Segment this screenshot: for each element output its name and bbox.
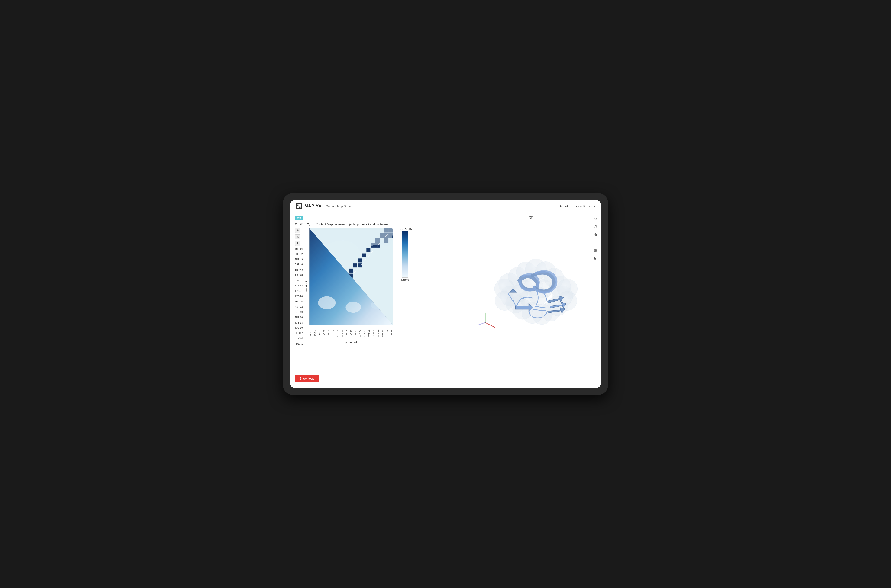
svg-line-103 [478, 322, 485, 325]
settings-icon[interactable]: ⚙ [294, 222, 298, 226]
svg-rect-3 [299, 207, 301, 208]
colorbar: CONTACTS cutoff=8 [397, 228, 412, 281]
brand: MAPIYA Contact Map Server [296, 203, 353, 210]
brand-name: MAPIYA [304, 204, 322, 208]
svg-rect-31 [362, 254, 366, 258]
heatmap-svg[interactable] [309, 228, 393, 325]
zoom-btn[interactable] [593, 232, 599, 238]
plot-toolbar: ❄ ✎ ⬇ [294, 228, 300, 246]
svg-rect-42 [349, 268, 353, 273]
y-axis-labels: THR:55 PHE:52 THR:49 ASP:46 TRP:43 ASP:4… [294, 248, 304, 345]
svg-point-115 [596, 250, 597, 251]
svg-rect-2 [297, 207, 299, 208]
snowflake-icon[interactable]: ❄ [295, 228, 300, 233]
navbar: MAPIYA Contact Map Server About Login / … [290, 200, 601, 212]
svg-line-108 [597, 236, 597, 236]
screen: MAPIYA Contact Map Server About Login / … [290, 200, 601, 388]
plot-container: ❄ ✎ ⬇ THR:55 PHE:52 THR:49 ASP:46 TRP:43… [294, 228, 457, 345]
svg-point-98 [495, 291, 514, 310]
molecule-viewer[interactable] [461, 212, 601, 370]
navbar-right: About Login / Register [559, 204, 595, 208]
x-axis-label: protein-A [309, 340, 393, 344]
refresh-btn[interactable]: ↺ [593, 216, 599, 222]
settings-btn[interactable] [593, 248, 599, 254]
svg-rect-1 [299, 204, 301, 206]
svg-rect-37 [353, 264, 357, 267]
svg-rect-34 [358, 258, 362, 262]
plot-title: PDB: 2gb1, Contact Map between objects: … [299, 222, 388, 226]
expand-btn[interactable] [593, 240, 599, 246]
tab-bar: M0 [294, 216, 457, 220]
svg-point-116 [595, 251, 596, 252]
main-content: M0 ⚙ PDB: 2gb1, Contact Map between obje… [290, 212, 601, 370]
svg-rect-0 [297, 204, 299, 206]
sphere-btn[interactable] [593, 224, 599, 230]
svg-point-8 [318, 296, 336, 309]
colorbar-cutoff: cutoff=8 [401, 279, 409, 281]
colorbar-title: CONTACTS [397, 228, 412, 230]
svg-rect-38 [358, 264, 362, 267]
edit-icon[interactable]: ✎ [295, 234, 300, 239]
show-logs-button[interactable]: Show logs [294, 375, 319, 382]
colorbar-gradient [402, 231, 408, 278]
right-toolbar: ↺ [593, 216, 599, 261]
device-frame: MAPIYA Contact Map Server About Login / … [283, 193, 608, 395]
info-row: ⚙ PDB: 2gb1, Contact Map between objects… [294, 222, 457, 226]
brand-subtitle: Contact Map Server [326, 204, 353, 208]
svg-rect-28 [367, 248, 371, 252]
x-axis-labels: MET:1 LYS:4 LEU:7 LYS:10 LYS:13 THR:16 G… [309, 326, 393, 340]
left-panel: M0 ⚙ PDB: 2gb1, Contact Map between obje… [290, 212, 461, 370]
tab-m0[interactable]: M0 [294, 216, 303, 220]
right-panel: ↺ [461, 212, 601, 370]
svg-point-9 [346, 302, 361, 313]
heatmap-wrapper: MET:1 LYS:4 LEU:7 LYS:10 LYS:13 THR:16 G… [309, 228, 393, 344]
svg-point-114 [595, 249, 595, 250]
y-axis-label: protein-A [304, 280, 308, 293]
download-icon[interactable]: ⬇ [295, 241, 300, 246]
svg-line-101 [485, 322, 495, 327]
login-register-link[interactable]: Login / Register [572, 204, 595, 208]
footer-area: Show logs [290, 370, 601, 388]
brand-icon [296, 203, 302, 210]
molecule-svg [471, 240, 592, 342]
cursor-btn[interactable] [593, 255, 599, 261]
plot-left: ❄ ✎ ⬇ THR:55 PHE:52 THR:49 ASP:46 TRP:43… [294, 228, 304, 345]
about-link[interactable]: About [559, 204, 568, 208]
